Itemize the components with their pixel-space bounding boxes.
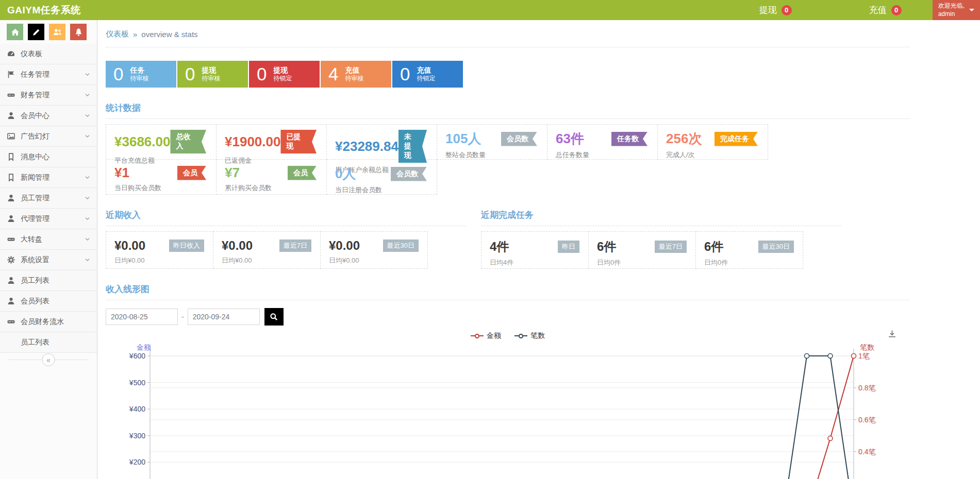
sidebar-collapse-button[interactable]: « xyxy=(42,353,55,366)
recent-tasks-title: 近期完成任务 xyxy=(481,209,842,226)
summary-box-withdraw-pending[interactable]: 0 提现待审核 xyxy=(177,61,248,88)
sidebar-menu: 仪表板 任务管理 财务管理 会员中心 广告幻灯 消息中心 新闻管理 员工管理 代… xyxy=(0,44,97,353)
stat-badge: 任务数 xyxy=(611,132,647,146)
stat-badge: 总收入 xyxy=(170,130,206,153)
nav-recharge[interactable]: 充值 0 xyxy=(869,4,902,16)
pencil-icon xyxy=(32,28,41,37)
sidebar: 仪表板 任务管理 财务管理 会员中心 广告幻灯 消息中心 新闻管理 员工管理 代… xyxy=(0,20,97,479)
svg-text:笔数: 笔数 xyxy=(860,343,874,351)
legend-item-amount[interactable]: 金额 xyxy=(471,331,501,340)
period-badge: 昨日收入 xyxy=(169,239,204,252)
stat-withdrawn: ¥1900.00已提现 已返佣金 xyxy=(217,125,327,160)
recent-tasks-section: 近期完成任务 4件昨日 日均4件 6件最近7日 日均0件 6件最近30日 日均0… xyxy=(481,195,842,269)
withdraw-count-badge: 0 xyxy=(782,5,792,15)
bookmark-icon xyxy=(7,152,15,161)
user-icon xyxy=(7,297,15,305)
chart-legend: 金额 笔数 xyxy=(106,328,910,343)
recharge-count-badge: 0 xyxy=(891,5,902,15)
income-card-7days: ¥0.00最近7日 日均¥0.00 xyxy=(213,231,321,269)
sidebar-item-ad-slides[interactable]: 广告幻灯 xyxy=(0,126,97,147)
stat-total-paid-members: ¥7会员 累计购买会员数 xyxy=(217,160,327,195)
svg-text:¥300: ¥300 xyxy=(129,432,145,440)
sidebar-item-member-center[interactable]: 会员中心 xyxy=(0,106,97,126)
gear-icon xyxy=(7,255,15,264)
search-icon xyxy=(270,313,278,321)
breadcrumb: 仪表板 » overview & stats xyxy=(106,29,910,39)
stat-badge: 会员 xyxy=(177,166,206,180)
recent-income-title: 近期收入 xyxy=(106,209,467,226)
breadcrumb-divider xyxy=(106,47,910,47)
nav-withdraw-label: 提现 xyxy=(759,4,777,16)
notifications-shortcut-button[interactable] xyxy=(70,24,87,40)
sidebar-item-staff-management[interactable]: 员工管理 xyxy=(0,188,97,209)
recent-income-section: 近期收入 ¥0.00昨日收入 日均¥0.00 ¥0.00最近7日 日均¥0.00… xyxy=(106,195,467,269)
search-button[interactable] xyxy=(264,308,284,326)
sidebar-item-member-list[interactable]: 会员列表 xyxy=(0,291,97,312)
home-icon xyxy=(11,28,20,37)
legend-item-count[interactable]: 笔数 xyxy=(514,331,545,340)
chevron-down-icon xyxy=(85,216,90,221)
date-from-input[interactable] xyxy=(106,309,178,325)
users-icon xyxy=(53,28,62,37)
period-badge: 最近7日 xyxy=(279,239,311,252)
dashboard-icon xyxy=(7,49,15,58)
summary-box-recharge-pending[interactable]: 4 充值待审核 xyxy=(321,61,391,88)
stat-badge: 已提现 xyxy=(280,130,317,153)
breadcrumb-home-link[interactable]: 仪表板 xyxy=(106,29,129,39)
sidebar-item-system-settings[interactable]: 系统设置 xyxy=(0,250,97,270)
sidebar-item-news-management[interactable]: 新闻管理 xyxy=(0,167,97,188)
summary-box-withdraw-locked[interactable]: 0 提现待锁定 xyxy=(249,61,320,88)
stat-badge: 会员数 xyxy=(391,167,427,181)
tasks-card-yesterday: 4件昨日 日均4件 xyxy=(481,231,589,269)
download-chart-icon[interactable] xyxy=(888,330,896,340)
drive-icon xyxy=(7,317,15,326)
chevron-down-icon xyxy=(85,195,90,201)
stat-member-count: 105人会员数 整站会员数量 xyxy=(437,125,547,160)
chart-date-filter: - xyxy=(106,308,910,326)
sidebar-item-agent-management[interactable]: 代理管理 xyxy=(0,209,97,229)
sidebar-item-staff-list[interactable]: 员工列表 xyxy=(0,270,97,291)
summary-boxes: 0 任务待审核 0 提现待审核 0 提现待锁定 4 充值待审核 0 充值待锁定 xyxy=(106,61,910,88)
svg-text:¥400: ¥400 xyxy=(129,405,145,413)
sidebar-shortcuts xyxy=(0,20,97,44)
tasks-card-7days: 6件最近7日 日均0件 xyxy=(589,231,696,269)
nav-withdraw[interactable]: 提现 0 xyxy=(759,4,792,16)
drive-icon xyxy=(7,91,15,99)
sidebar-item-dashboard[interactable]: 仪表板 xyxy=(0,44,97,64)
date-to-input[interactable] xyxy=(188,309,260,325)
edit-shortcut-button[interactable] xyxy=(28,24,44,40)
chevron-down-icon xyxy=(85,113,90,118)
stat-completed-tasks: 256次完成任务 完成人/次 xyxy=(658,125,768,160)
sidebar-item-task-management[interactable]: 任务管理 xyxy=(0,64,97,85)
sidebar-item-finance-management[interactable]: 财务管理 xyxy=(0,85,97,106)
sidebar-item-lucky-wheel[interactable]: 大转盘 xyxy=(0,229,97,250)
summary-box-task-pending[interactable]: 0 任务待审核 xyxy=(106,61,176,88)
stat-unwithdrawn: ¥23289.84未提现 用户账户余额总额 xyxy=(327,125,437,160)
stat-badge: 未提现 xyxy=(398,130,427,163)
period-badge: 最近7日 xyxy=(655,241,687,253)
user-icon xyxy=(7,214,15,223)
sidebar-item-staff-list-2[interactable]: 员工列表 xyxy=(0,332,97,353)
stat-task-count: 63件任务数 总任务数量 xyxy=(547,125,658,160)
caret-down-icon xyxy=(969,9,974,11)
app-title: GAIYM任务系统 xyxy=(0,4,81,17)
income-line-chart-plot: ¥100¥200¥300¥400¥500¥6000.2笔0.4笔0.6笔0.8笔… xyxy=(106,343,905,479)
period-badge: 最近30日 xyxy=(383,239,419,252)
chevron-down-icon xyxy=(85,236,90,242)
sidebar-item-message-center[interactable]: 消息中心 xyxy=(0,147,97,167)
stat-badge: 会员 xyxy=(288,166,317,180)
stat-today-registered: 0人会员数 当日注册会员数 xyxy=(327,160,437,195)
stat-total-income: ¥3686.00总收入 平台充值总额 xyxy=(106,125,217,160)
date-range-separator: - xyxy=(181,313,184,321)
user-menu[interactable]: 欢迎光临, admin xyxy=(933,0,980,20)
sidebar-item-member-finance-log[interactable]: 会员财务流水 xyxy=(0,312,97,332)
users-shortcut-button[interactable] xyxy=(49,24,65,40)
home-shortcut-button[interactable] xyxy=(7,24,23,40)
stats-section-title: 统计数据 xyxy=(106,102,910,119)
svg-text:1笔: 1笔 xyxy=(858,352,870,360)
income-chart: 金额 笔数 ¥100¥200¥300¥400¥500¥6000.2笔0.4笔0.… xyxy=(106,328,910,479)
stat-today-paid-members: ¥1会员 当日购买会员数 xyxy=(106,160,217,195)
svg-text:0.6笔: 0.6笔 xyxy=(858,416,875,424)
summary-box-recharge-locked[interactable]: 0 充值待锁定 xyxy=(392,61,463,88)
stat-badge: 会员数 xyxy=(501,132,537,146)
